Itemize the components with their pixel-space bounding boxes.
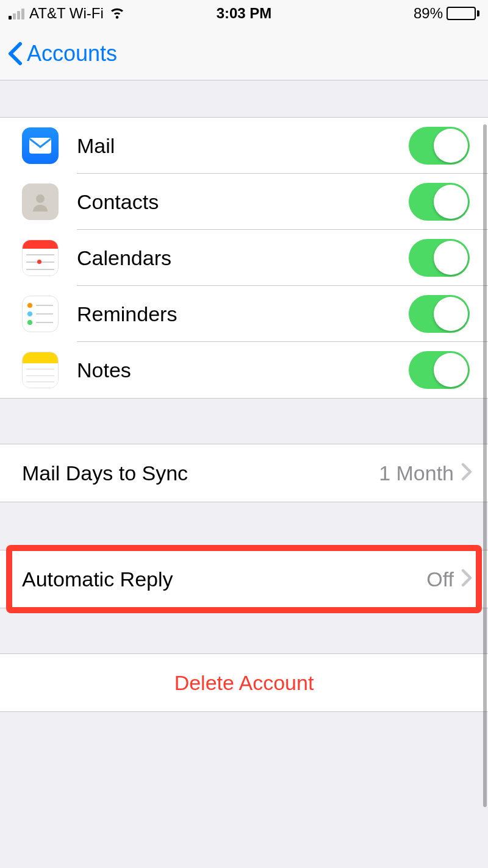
status-right: 89% — [414, 5, 479, 22]
service-label: Reminders — [77, 302, 409, 326]
automatic-reply-row[interactable]: Automatic Reply Off — [0, 550, 488, 608]
automatic-reply-highlight: Automatic Reply Off — [0, 550, 488, 608]
back-label: Accounts — [27, 41, 117, 66]
nav-bar: Accounts — [0, 27, 488, 80]
delete-account-label: Delete Account — [174, 671, 314, 695]
mail-sync-label: Mail Days to Sync — [22, 461, 379, 485]
service-label: Notes — [77, 358, 409, 382]
battery-pct-label: 89% — [414, 5, 443, 22]
cellular-signal-icon — [9, 7, 24, 20]
contacts-icon — [22, 183, 59, 220]
service-row-mail: Mail — [0, 118, 488, 174]
scroll-indicator — [483, 124, 487, 807]
back-button[interactable]: Accounts — [6, 41, 117, 66]
battery-icon — [447, 7, 479, 20]
calendars-toggle[interactable] — [409, 239, 470, 277]
clock-label: 3:03 PM — [217, 5, 272, 22]
services-group: Mail Contacts Calendars Reminders — [0, 117, 488, 399]
automatic-reply-label: Automatic Reply — [22, 567, 426, 591]
service-label: Calendars — [77, 246, 409, 270]
carrier-label: AT&T Wi-Fi — [29, 5, 104, 22]
chevron-left-icon — [6, 41, 24, 66]
service-row-calendars: Calendars — [0, 230, 488, 286]
service-label: Contacts — [77, 190, 409, 214]
status-bar: AT&T Wi-Fi 3:03 PM 89% — [0, 0, 488, 27]
reminders-icon — [22, 296, 59, 332]
svg-point-1 — [36, 194, 45, 203]
automatic-reply-group: Automatic Reply Off — [0, 550, 488, 608]
mail-icon — [22, 127, 59, 164]
mail-days-to-sync-row[interactable]: Mail Days to Sync 1 Month — [0, 444, 488, 502]
service-label: Mail — [77, 134, 409, 158]
mail-toggle[interactable] — [409, 127, 470, 165]
notes-icon — [22, 352, 59, 388]
contacts-toggle[interactable] — [409, 183, 470, 221]
automatic-reply-value: Off — [426, 567, 454, 591]
service-row-reminders: Reminders — [0, 286, 488, 342]
delete-account-button[interactable]: Delete Account — [0, 654, 488, 711]
status-left: AT&T Wi-Fi — [9, 3, 126, 24]
delete-account-group: Delete Account — [0, 653, 488, 712]
service-row-contacts: Contacts — [0, 174, 488, 230]
calendars-icon — [22, 240, 59, 276]
mail-sync-value: 1 Month — [379, 461, 454, 485]
wifi-icon — [109, 3, 126, 24]
chevron-right-icon — [461, 569, 472, 589]
chevron-right-icon — [461, 463, 472, 483]
mail-sync-group: Mail Days to Sync 1 Month — [0, 444, 488, 502]
service-row-notes: Notes — [0, 342, 488, 398]
reminders-toggle[interactable] — [409, 295, 470, 333]
notes-toggle[interactable] — [409, 351, 470, 389]
